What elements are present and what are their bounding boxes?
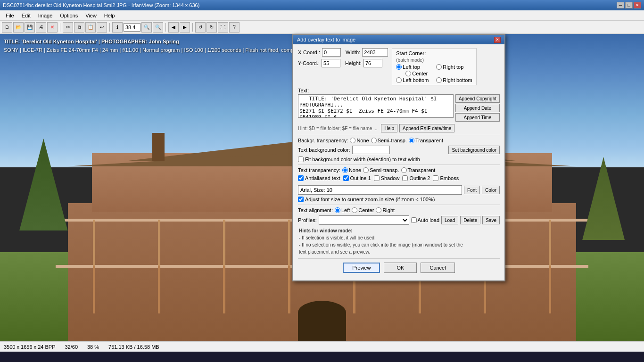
align-left-radio[interactable] [335, 207, 340, 213]
help-button[interactable]: Help [381, 124, 397, 132]
text-none-radio[interactable] [342, 167, 348, 173]
text-transparent-radio[interactable] [401, 167, 407, 173]
outline2-option: Outline 2 [402, 175, 430, 181]
hint1: - If selection is visible, it will be us… [299, 234, 499, 241]
font-button[interactable]: Font [464, 186, 480, 194]
toolbar-next[interactable]: ▶ [180, 22, 190, 33]
toolbar-undo[interactable]: ↩ [97, 22, 107, 33]
bg-color-label: Text background color: [298, 147, 350, 153]
font-info-display: Arial, Size: 10 [298, 185, 462, 195]
bg-transparency-row: Backgr. transparency: None Semi-transp. … [298, 138, 500, 143]
emboss-checkbox[interactable] [433, 175, 438, 181]
menu-help[interactable]: Help [100, 12, 119, 19]
corner-right-top-radio[interactable] [436, 64, 442, 70]
set-bg-color-button[interactable]: Set background color [448, 146, 500, 154]
column [288, 220, 290, 268]
bottom-buttons: Preview OK Cancel [298, 258, 500, 277]
toolbar-help[interactable]: ? [229, 22, 239, 33]
delete-button[interactable]: Delete [460, 216, 480, 224]
width-label: Width: [346, 49, 360, 55]
append-copyright-button[interactable]: Append Copyright [455, 94, 500, 103]
menu-file[interactable]: File [2, 12, 18, 19]
menu-edit[interactable]: Edit [18, 12, 34, 19]
menu-image[interactable]: Image [34, 12, 57, 19]
toolbar-save[interactable]: 💾 [25, 22, 35, 33]
text-semitransp-radio[interactable] [363, 167, 369, 173]
text-alignment-label: Text alignment: [298, 207, 333, 213]
menu-options[interactable]: Options [56, 12, 82, 19]
corner-center-radio[interactable] [405, 71, 411, 76]
status-zoom: 38 % [87, 344, 99, 350]
overlay-text-input[interactable]: TITLE: 'Derelict Old Kyneton Hospital' $… [298, 94, 454, 118]
append-date-button[interactable]: Append Date [455, 104, 500, 112]
ycoord-input[interactable] [322, 59, 340, 67]
bg-transparent-radio[interactable] [409, 138, 414, 143]
toolbar-info[interactable]: ℹ [112, 22, 123, 33]
load-button[interactable]: Load [441, 216, 458, 224]
toolbar-cut[interactable]: ✂ [63, 22, 73, 33]
shadow-checkbox[interactable] [374, 175, 380, 181]
toolbar-rotate-left[interactable]: ↺ [195, 22, 206, 33]
toolbar-copy[interactable]: ⧉ [74, 22, 84, 33]
align-center-radio[interactable] [352, 207, 357, 213]
fit-bg-checkbox[interactable] [298, 156, 304, 162]
height-input[interactable] [363, 59, 382, 67]
main-area: TITLE: 'Derelict Old Kyneton Hospital' |… [0, 34, 644, 352]
hints-title: Hints for window mode: [299, 227, 499, 234]
width-input[interactable] [362, 48, 388, 57]
auto-load-checkbox[interactable] [411, 217, 417, 223]
cancel-button[interactable]: Cancel [421, 263, 454, 273]
toolbar-paste[interactable]: 📋 [85, 22, 96, 33]
zoom-input[interactable] [124, 23, 140, 32]
column [158, 266, 160, 314]
xcoord-input[interactable] [322, 48, 341, 57]
bg-transparent-option: Transparent [409, 138, 443, 143]
toolbar-zoom-out[interactable]: 🔍 [153, 22, 163, 33]
bg-none-radio[interactable] [350, 138, 355, 143]
close-button[interactable]: ✕ [634, 2, 641, 8]
hints-section: Hints for window mode: - If selection is… [298, 227, 500, 255]
column [93, 266, 95, 314]
antialiased-checkbox[interactable] [298, 175, 304, 181]
column [158, 220, 160, 268]
toolbar-rotate-right[interactable]: ↻ [206, 22, 217, 33]
toolbar-zoom-in[interactable]: 🔍 [141, 22, 152, 33]
toolbar-new[interactable]: 🗋 [2, 22, 12, 33]
start-corner-label: Start Corner: [396, 50, 472, 56]
ok-button[interactable]: OK [384, 263, 417, 273]
column [93, 220, 95, 268]
coords-startcorner-row: X-Coord.: Width: Y-Coord.: Height: [298, 48, 500, 85]
adjust-font-checkbox[interactable] [298, 197, 304, 202]
toolbar-print[interactable]: 🖨 [36, 22, 46, 33]
minimize-button[interactable]: ─ [617, 2, 624, 8]
corner-left-bottom-radio[interactable] [396, 77, 402, 83]
outline1-checkbox[interactable] [343, 175, 349, 181]
toolbar-delete[interactable]: ✕ [47, 22, 58, 33]
profiles-select[interactable] [319, 215, 409, 225]
save-button[interactable]: Save [482, 216, 500, 224]
outline1-option: Outline 1 [343, 175, 371, 181]
align-right-radio[interactable] [376, 207, 381, 213]
preview-button[interactable]: Preview [343, 263, 380, 273]
outline2-label: Outline 2 [409, 175, 430, 181]
font-info-row: Arial, Size: 10 Font Color [298, 185, 500, 195]
align-right-option: Right [376, 207, 395, 213]
column [549, 220, 551, 268]
append-exif-button[interactable]: Append EXIF date/time [399, 124, 454, 132]
corner-right-bottom-radio[interactable] [436, 77, 442, 83]
toolbar-separator-4 [192, 23, 193, 32]
menu-view[interactable]: View [82, 12, 100, 19]
outline2-checkbox[interactable] [402, 175, 408, 181]
corner-left-top-radio[interactable] [396, 64, 402, 70]
bg-semitransp-radio[interactable] [371, 138, 377, 143]
append-time-button[interactable]: Append Time [455, 113, 500, 122]
toolbar-prev[interactable]: ◀ [168, 22, 179, 33]
bg-color-swatch[interactable] [352, 146, 390, 154]
maximize-button[interactable]: □ [625, 2, 633, 8]
toolbar-open[interactable]: 📂 [13, 22, 24, 33]
dialog-close-button[interactable]: ✕ [494, 37, 501, 43]
toolbar: 🗋 📂 💾 🖨 ✕ ✂ ⧉ 📋 ↩ ℹ 🔍 🔍 ◀ ▶ ↺ ↻ ⛶ ? [0, 21, 644, 34]
toolbar-fullscreen[interactable]: ⛶ [218, 22, 228, 33]
column [223, 220, 225, 268]
color-button[interactable]: Color [482, 186, 500, 194]
